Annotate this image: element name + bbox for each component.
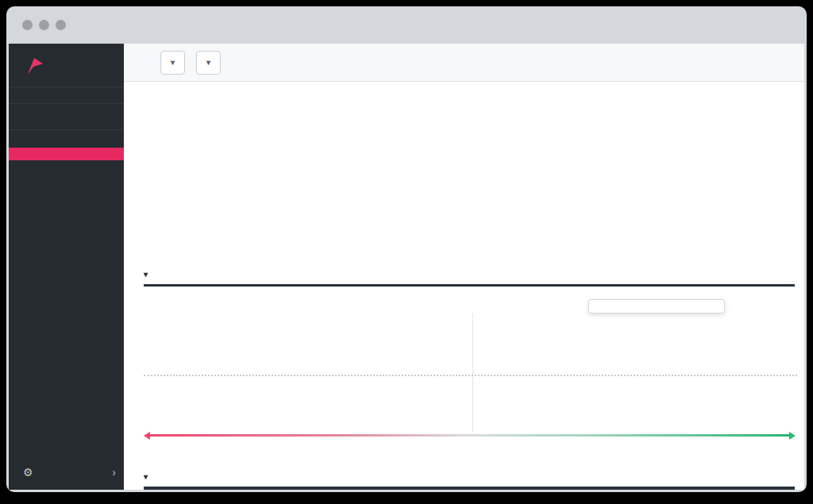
- filter-bar: [124, 44, 804, 82]
- user-account-menu[interactable]: ⚙ ›: [9, 465, 124, 479]
- sidebar: ⚙ ›: [9, 44, 124, 490]
- sidebar-section-messaging: [9, 130, 124, 148]
- pendo-logo-icon: [26, 56, 44, 75]
- sidebar-item-guides[interactable]: [9, 148, 124, 160]
- window-control-icon[interactable]: [56, 20, 66, 30]
- total-section-header: [144, 470, 795, 490]
- pendo-logo[interactable]: [9, 44, 124, 87]
- sidebar-item-dashboard[interactable]: [9, 87, 124, 104]
- feature-tooltip: [588, 299, 725, 314]
- content-area: [124, 44, 804, 490]
- sidebar-section-analytics: [9, 104, 124, 121]
- app-window: ⚙ ›: [6, 6, 807, 492]
- window-titlebar: [6, 6, 807, 44]
- nps-line-chart: [124, 82, 804, 237]
- window-control-icon[interactable]: [22, 20, 33, 30]
- date-range-dropdown[interactable]: [196, 51, 221, 75]
- gear-icon: ⚙: [23, 466, 33, 479]
- detractor-promoter-axis: [149, 434, 790, 437]
- feature-category-dropdown[interactable]: [144, 267, 148, 279]
- audience-filter-dropdown[interactable]: [160, 51, 185, 75]
- scatter-median-guide: [472, 314, 473, 433]
- window-control-icon[interactable]: [39, 20, 49, 30]
- scatter-baseline: [144, 375, 797, 376]
- total-category-dropdown[interactable]: [144, 470, 148, 482]
- chevron-right-icon: ›: [112, 465, 116, 479]
